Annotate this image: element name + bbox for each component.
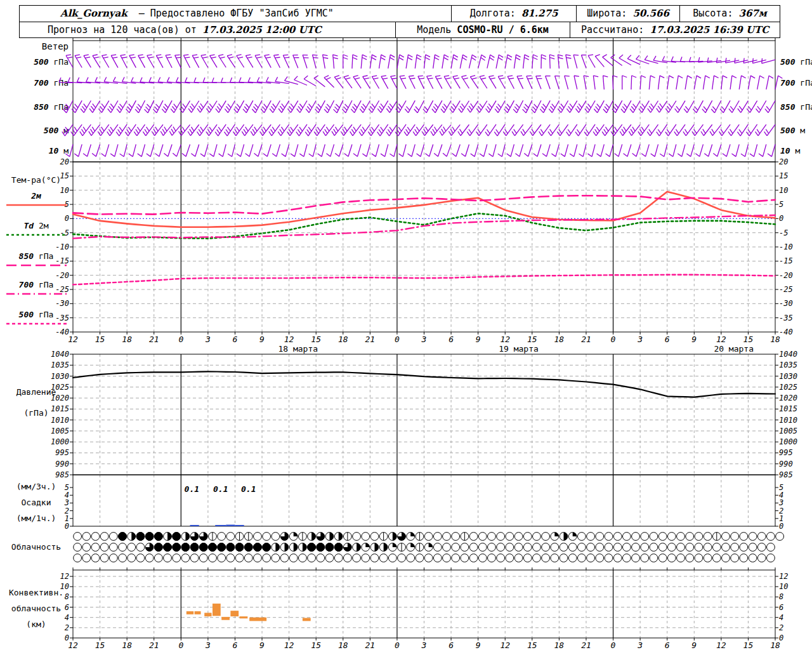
svg-text:20 марта: 20 марта — [714, 344, 754, 354]
svg-text:12: 12 — [779, 572, 788, 581]
svg-text:1: 1 — [65, 514, 69, 523]
svg-text:Облачность: Облачность — [11, 542, 61, 552]
svg-text:3: 3 — [421, 335, 427, 344]
svg-text:8: 8 — [779, 592, 783, 601]
svg-text:1025: 1025 — [779, 383, 797, 392]
svg-text:9: 9 — [476, 335, 481, 344]
svg-text:0: 0 — [779, 522, 783, 531]
svg-text:12: 12 — [68, 335, 78, 344]
svg-text:1: 1 — [779, 514, 783, 523]
svg-text:985: 985 — [779, 470, 793, 479]
svg-text:6: 6 — [233, 640, 238, 650]
svg-text:850 гПа: 850 гПа — [34, 102, 69, 112]
svg-text:-20: -20 — [55, 271, 69, 280]
svg-text:15: 15 — [311, 640, 321, 650]
svg-text:10: 10 — [779, 582, 788, 591]
svg-text:4: 4 — [65, 491, 69, 500]
svg-text:12: 12 — [500, 335, 510, 344]
svg-text:995: 995 — [55, 448, 69, 457]
svg-text:3: 3 — [778, 498, 783, 507]
svg-text:15: 15 — [95, 335, 105, 344]
svg-text:3: 3 — [64, 498, 69, 507]
svg-text:700 гПа: 700 гПа — [19, 280, 54, 289]
wind-barbs-row-5 — [65, 144, 775, 156]
svg-text:21: 21 — [581, 640, 591, 650]
svg-text:(мм/3ч.): (мм/3ч.) — [16, 482, 56, 491]
svg-text:15: 15 — [60, 171, 69, 180]
svg-text:21: 21 — [149, 640, 159, 650]
svg-text:5: 5 — [779, 483, 783, 492]
meteogram-chart: 2020151510105500-5-5-10-10-15-15-20-20-2… — [0, 0, 812, 650]
svg-text:9: 9 — [476, 640, 481, 650]
svg-text:0: 0 — [611, 640, 616, 650]
svg-text:18: 18 — [122, 335, 132, 344]
svg-text:-25: -25 — [779, 285, 793, 294]
svg-text:-35: -35 — [55, 314, 69, 322]
svg-text:3: 3 — [205, 335, 211, 344]
svg-text:3: 3 — [637, 640, 643, 650]
svg-text:1000: 1000 — [51, 437, 69, 446]
svg-text:12: 12 — [284, 335, 294, 344]
svg-text:4: 4 — [779, 491, 783, 500]
svg-text:0: 0 — [779, 214, 783, 223]
svg-text:1010: 1010 — [51, 416, 69, 425]
svg-text:12: 12 — [716, 640, 726, 650]
svg-text:-25: -25 — [55, 285, 69, 294]
svg-text:10: 10 — [60, 186, 69, 195]
svg-text:3: 3 — [205, 640, 211, 650]
wind-barbs — [59, 55, 782, 157]
svg-text:-40: -40 — [55, 328, 69, 336]
svg-text:Осадки: Осадки — [22, 498, 51, 507]
svg-text:-40: -40 — [779, 328, 793, 336]
svg-text:(гПа): (гПа) — [23, 408, 48, 418]
svg-text:6: 6 — [449, 640, 454, 650]
svg-text:(км): (км) — [26, 620, 46, 629]
svg-text:15: 15 — [743, 335, 754, 344]
svg-text:0: 0 — [178, 335, 183, 344]
svg-text:21: 21 — [365, 640, 376, 650]
svg-text:0: 0 — [611, 335, 616, 344]
svg-text:-5: -5 — [60, 229, 69, 237]
svg-text:0: 0 — [65, 214, 69, 223]
svg-text:Td 2м: Td 2м — [23, 221, 48, 230]
svg-text:-20: -20 — [779, 271, 793, 280]
svg-text:12: 12 — [60, 572, 69, 581]
svg-text:4: 4 — [779, 613, 783, 622]
svg-text:500 м: 500 м — [780, 126, 805, 135]
svg-text:1035: 1035 — [779, 361, 797, 369]
svg-text:850 гПа: 850 гПа — [19, 251, 54, 261]
svg-text:(мм/1ч.): (мм/1ч.) — [16, 514, 56, 523]
svg-text:985: 985 — [55, 470, 69, 479]
svg-text:2: 2 — [779, 623, 783, 632]
svg-text:1040: 1040 — [51, 350, 69, 359]
svg-text:500 гПа: 500 гПа — [34, 57, 69, 67]
svg-text:18: 18 — [338, 640, 348, 650]
svg-text:2: 2 — [65, 507, 69, 515]
meteogram-page: Alk_Gornyak — Предоставлено ФГБУ "ЗапСиб… — [0, 0, 812, 650]
svg-text:-15: -15 — [779, 256, 793, 265]
svg-text:18: 18 — [770, 640, 780, 650]
svg-text:1030: 1030 — [779, 372, 797, 381]
svg-text:0: 0 — [178, 640, 183, 650]
svg-text:8: 8 — [65, 592, 69, 601]
svg-text:18: 18 — [122, 640, 132, 650]
svg-text:995: 995 — [779, 448, 793, 457]
svg-text:-10: -10 — [779, 242, 793, 251]
svg-text:1000: 1000 — [779, 437, 797, 446]
svg-text:4: 4 — [65, 613, 69, 622]
svg-text:2: 2 — [65, 623, 69, 632]
svg-text:3: 3 — [637, 335, 643, 344]
svg-text:-10: -10 — [55, 242, 69, 251]
convective-bars — [187, 604, 311, 621]
svg-text:12: 12 — [500, 640, 510, 650]
svg-text:21: 21 — [149, 335, 159, 344]
svg-text:18: 18 — [554, 640, 565, 650]
svg-text:0: 0 — [395, 335, 400, 344]
svg-text:15: 15 — [95, 640, 105, 650]
svg-text:облачность: облачность — [11, 604, 61, 613]
svg-text:1015: 1015 — [779, 404, 797, 413]
svg-text:2: 2 — [779, 507, 783, 515]
precip-bars: 0.10.10.1 — [185, 484, 256, 526]
svg-text:12: 12 — [68, 640, 78, 650]
svg-text:6: 6 — [65, 603, 69, 612]
